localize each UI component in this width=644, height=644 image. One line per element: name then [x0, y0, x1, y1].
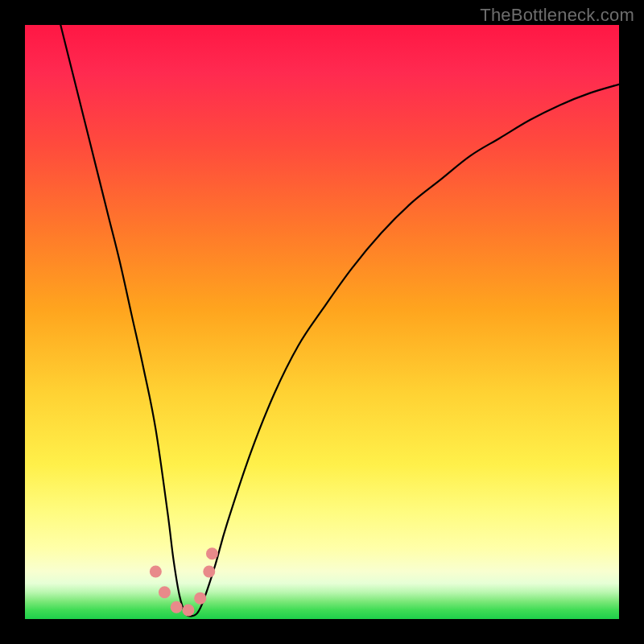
- curve-marker: [171, 601, 183, 613]
- chart-frame: TheBottleneck.com: [0, 0, 644, 644]
- chart-plot-area: [25, 25, 619, 619]
- curve-marker: [194, 592, 206, 605]
- curve-marker: [206, 547, 218, 559]
- curve-markers: [150, 547, 218, 616]
- curve-marker: [150, 565, 162, 577]
- bottleneck-curve: [60, 25, 619, 616]
- curve-marker: [182, 604, 194, 616]
- curve-marker: [159, 586, 171, 598]
- curve-marker: [203, 565, 215, 577]
- attribution-text: TheBottleneck.com: [480, 5, 634, 26]
- chart-overlay: [25, 25, 619, 619]
